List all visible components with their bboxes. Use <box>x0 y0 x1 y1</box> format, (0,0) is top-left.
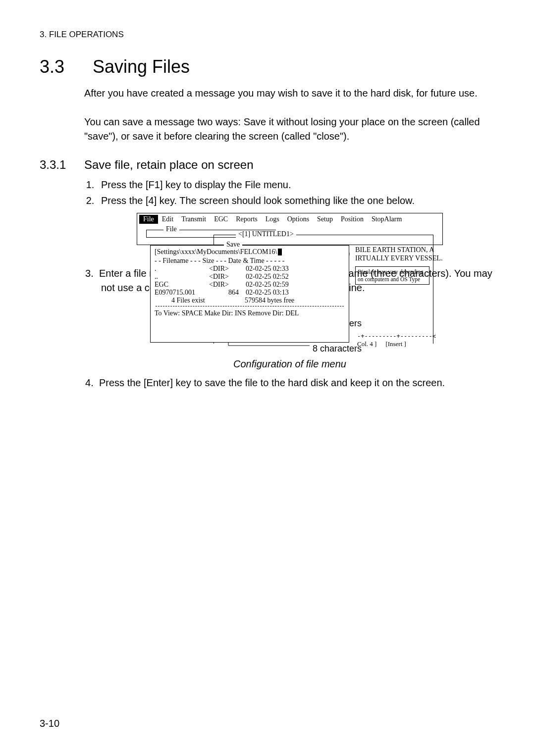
step-4: Press the [Enter] key to save the file t… <box>97 376 495 390</box>
file-size: <DIR> <box>209 281 246 289</box>
menu-egc[interactable]: EGC <box>210 215 232 224</box>
insert-indicator: [Insert ] <box>385 340 406 348</box>
file-size: <DIR> <box>209 273 246 281</box>
file-date: 02-02-25 02:33 <box>246 265 325 273</box>
step-4-list: Press the [Enter] key to save the file t… <box>84 376 495 390</box>
filelist-summary: 4 Files exist 579584 bytes free <box>155 297 345 304</box>
path-line: [Settings\xxxx\MyDocuments\FELCOM16\ <box>155 248 345 256</box>
file-size: 864 <box>209 289 246 297</box>
save-dialog: Save [Settings\xxxx\MyDocuments\FELCOM16… <box>150 245 349 343</box>
menu-setup[interactable]: Setup <box>313 215 337 224</box>
bytes-free: 579584 bytes free <box>245 297 294 304</box>
file-group-label: File <box>163 225 179 233</box>
bg-line-1: BILE EARTH STATION, A <box>355 246 429 254</box>
file-date: 02-02-25 02:59 <box>246 281 325 289</box>
menu-options[interactable]: Options <box>283 215 313 224</box>
save-screen-figure: File Edit Transmit EGC Reports Logs Opti… <box>137 213 443 245</box>
intro-para-2: You can save a message two ways: Save it… <box>84 115 495 143</box>
section-text: Saving Files <box>93 56 190 77</box>
menu-bar: File Edit Transmit EGC Reports Logs Opti… <box>137 213 442 225</box>
label-8chars: 8 characters <box>313 343 362 355</box>
step-1: Press the [F1] key to display the File m… <box>97 178 495 192</box>
save-dialog-label: Save <box>224 241 242 249</box>
filename-caption: Configuration of file menu <box>84 358 495 370</box>
file-name: EGC <box>155 281 209 289</box>
save-dialog-footer: To View: SPACE Make Dir: INS Remove Dir:… <box>151 309 349 319</box>
filelist-row[interactable]: E0970715.001 864 02-02-25 03:13 <box>155 289 345 297</box>
step-2: Press the [4] key. The screen should loo… <box>97 194 495 208</box>
text-cursor-icon <box>278 249 282 255</box>
untitled-label: <[1] UNTITLED1> <box>236 230 296 238</box>
file-date: 02-02-25 02:52 <box>246 273 325 281</box>
background-message: BILE EARTH STATION, A IRTUALLY EVERY VES… <box>355 246 429 285</box>
subsection-number: 3.3.1 <box>40 158 84 172</box>
subsection-title: 3.3.1 Save file, retain place on screen <box>40 158 495 172</box>
col-indicator: Col. 4 ] <box>357 340 376 348</box>
menu-logs[interactable]: Logs <box>262 215 283 224</box>
ruler-line: -+---------+---------< <box>357 333 429 340</box>
menu-transmit[interactable]: Transmit <box>177 215 210 224</box>
menu-edit[interactable]: Edit <box>158 215 177 224</box>
file-name: .. <box>155 273 209 281</box>
filelist-row[interactable]: .. <DIR> 02-02-25 02:52 <box>155 273 345 281</box>
menu-position[interactable]: Position <box>337 215 368 224</box>
path-text: [Settings\xxxx\MyDocuments\FELCOM16\ <box>155 248 277 256</box>
running-header: 3. FILE OPERATIONS <box>40 30 495 40</box>
subsection-text: Save file, retain place on screen <box>84 158 254 172</box>
menu-reports[interactable]: Reports <box>232 215 262 224</box>
bg-line-2: IRTUALLY EVERY VESSEL. <box>355 254 429 262</box>
filelist-row[interactable]: . <DIR> 02-02-25 02:33 <box>155 265 345 273</box>
note-box: Display may vary depending on computern … <box>355 266 429 285</box>
filelist-row[interactable]: EGC <DIR> 02-02-25 02:59 <box>155 281 345 289</box>
section-title: 3.3 Saving Files <box>40 56 495 77</box>
file-date: 02-02-25 03:13 <box>246 289 325 297</box>
menu-stopalarm[interactable]: StopAlarm <box>368 215 406 224</box>
filelist-header: - - Filename - - - Size - - - Date & Tim… <box>155 257 345 265</box>
file-size: <DIR> <box>209 265 246 273</box>
steps-1-2: Press the [F1] key to display the File m… <box>84 178 495 208</box>
file-name: . <box>155 265 209 273</box>
separator-dashes <box>156 306 344 306</box>
files-count: 4 Files exist <box>171 297 245 304</box>
section-number: 3.3 <box>40 56 64 77</box>
status-line: -+---------+---------< Col. 4 ] [Insert … <box>357 333 429 348</box>
intro-para-1: After you have created a message you may… <box>84 86 495 100</box>
file-name: E0970715.001 <box>155 289 209 297</box>
menu-file[interactable]: File <box>139 215 158 224</box>
